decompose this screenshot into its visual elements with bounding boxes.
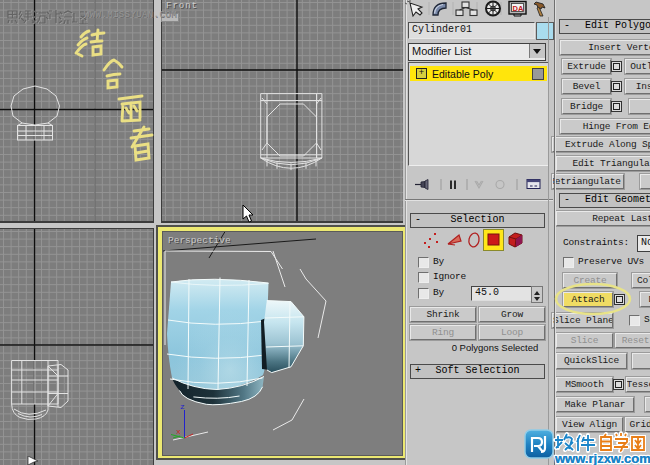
svg-text:www.rjzxw.com: www.rjzxw.com <box>554 451 650 465</box>
svg-text:z: z <box>180 402 185 411</box>
svg-text:x: x <box>176 427 181 436</box>
svg-text:DA: DA <box>513 4 524 13</box>
